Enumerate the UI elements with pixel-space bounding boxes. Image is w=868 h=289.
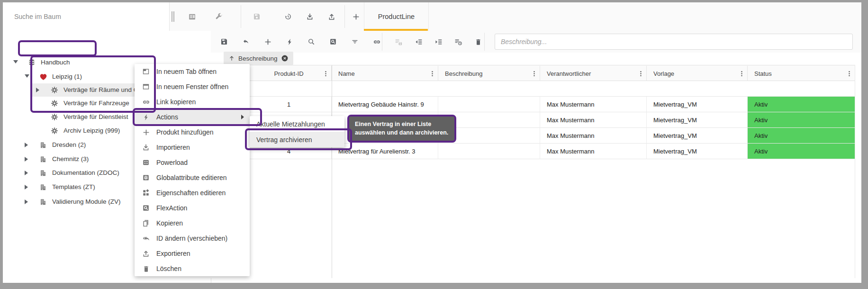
grid-blank-row [211,81,855,97]
expand-arrow-icon[interactable] [13,60,18,63]
indent-icon[interactable] [432,35,445,48]
cell-value: 4 [287,148,290,155]
menu-item-in-neuem-tab-ffnen[interactable]: In neuem Tab öffnen [135,64,250,79]
remove-sort-icon[interactable] [281,54,289,62]
toolbar-separator [382,33,382,51]
wrench-icon[interactable] [212,10,226,23]
sort-chip-beschreibung[interactable]: Beschreibung [224,52,293,65]
column-header-name[interactable]: Name [332,66,438,81]
cell-beschreibung[interactable] [438,144,540,159]
tab-label: ProductLine [378,13,415,20]
cell-vorlage[interactable]: Mietvertrag_VM [647,97,748,112]
bolt-icon [142,113,150,121]
cell-verantwortlicher[interactable]: Max Mustermann [540,128,647,144]
expand-arrow-icon[interactable] [25,171,28,175]
sort-chip-label: Beschreibung [238,55,278,62]
tab-productline[interactable]: ProductLine [364,2,429,31]
submenu-arrow-icon [241,115,244,119]
trash-icon[interactable] [471,35,485,48]
cell-vorlage[interactable]: Mietvertrag_VM [647,144,748,159]
cell-vorlage[interactable]: Mietvertrag_VM [647,128,748,144]
menu-item-flexaction[interactable]: FlexAction [135,200,250,216]
description-filter-input[interactable] [495,34,853,50]
column-header-produkt-id[interactable]: Produkt-ID [246,66,332,81]
menu-item-globalattribute-editieren[interactable]: Globalattribute editieren [135,170,250,185]
panel-resize-handle[interactable] [172,11,176,22]
expand-arrow-icon[interactable] [25,157,28,162]
expand-arrow-icon[interactable] [25,143,28,147]
column-header-beschreibung[interactable]: Beschreibung [438,66,540,81]
product-table: Produkt-IDNameBeschreibungVerantwortlich… [211,65,855,278]
submenu-item-vertrag-archivieren[interactable]: Vertrag archivieren [250,132,344,147]
upload-icon[interactable] [325,10,338,23]
menu-item-produkt-hinzuf-gen[interactable]: Produkt hinzufügen [135,125,250,140]
list-history-icon[interactable] [452,35,465,48]
save-icon[interactable] [217,35,231,48]
gear-icon [50,99,59,108]
search-icon[interactable] [305,35,318,48]
import-icon [142,143,150,152]
menu-item-kopieren[interactable]: Kopieren [135,216,250,231]
cell-status[interactable]: Aktiv [748,128,855,144]
menu-item-label: Exportieren [156,250,190,257]
expand-arrow-icon[interactable] [25,199,28,204]
cell-verantwortlicher[interactable]: Max Mustermann [540,112,647,128]
menu-item-importieren[interactable]: Importieren [135,140,250,155]
details-icon[interactable] [185,10,199,23]
column-menu-icon[interactable] [530,70,538,77]
column-header-status[interactable]: Status [748,66,855,81]
cell-value: 1 [287,101,290,108]
tree-item-label: Chemnitz (3) [52,155,89,163]
history-icon[interactable] [281,10,295,23]
submenu-item-aktuelle-mietzahlungen[interactable]: Aktuelle Mietzahlungen [250,116,344,132]
move-id-icon [142,234,150,243]
menu-item-l-schen[interactable]: Löschen [135,261,250,276]
cell-produkt-id[interactable]: 1 [246,97,332,112]
cell-vorlage[interactable]: Mietvertrag_VM [647,112,748,128]
powerload-icon [142,158,150,167]
plus-icon[interactable] [349,10,362,23]
menu-item-powerload[interactable]: Powerload [135,155,250,170]
column-header-vorlage[interactable]: Vorlage [647,66,748,81]
cell-name[interactable]: Mietvertrag für Aurelienstr. 3 [332,144,438,159]
trash-icon [142,264,150,273]
cell-name[interactable]: Mietvertrag Gebäude Hainstr. 9 [332,97,438,112]
cell-value: Aktiv [748,148,768,155]
download-icon[interactable] [303,10,316,23]
gear-icon [50,86,59,94]
column-menu-icon[interactable] [428,70,436,77]
menu-item-actions[interactable]: Actions [135,109,250,125]
expand-arrow-icon[interactable] [25,74,29,78]
column-menu-icon[interactable] [845,70,853,77]
menu-item-in-neuem-fenster-ffnen[interactable]: In neuem Fenster öffnen [135,79,250,94]
cell-verantwortlicher[interactable]: Max Mustermann [540,97,647,112]
filter-icon[interactable] [348,35,362,48]
expand-arrow-icon[interactable] [25,185,28,190]
undo-icon[interactable] [239,35,253,48]
cell-value: Mietvertrag_VM [647,148,697,155]
cell-beschreibung[interactable] [438,97,540,112]
menu-item-exportieren[interactable]: Exportieren [135,246,250,261]
bolt-icon[interactable] [283,35,296,48]
menu-item-eigenschaften-editieren[interactable]: Eigenschaften editieren [135,185,250,200]
cell-status[interactable]: Aktiv [748,97,855,112]
menu-item-label: Powerload [156,159,188,166]
grid-right-border [855,65,855,278]
menu-item-id-ndern-verschieben[interactable]: ID ändern (verschieben) [135,231,250,246]
expand-arrow-icon[interactable] [36,88,39,92]
column-menu-icon[interactable] [322,70,329,77]
link-icon[interactable] [370,35,383,48]
column-header-verantwortlicher[interactable]: Verantwortlicher [540,66,647,81]
menu-item-link-kopieren[interactable]: Link kopieren [135,94,250,109]
application-window: ProductLine HandbuchLeipzig (1)Verträge … [3,2,861,283]
search-box-icon[interactable] [326,35,340,48]
column-menu-icon[interactable] [637,70,644,77]
tree-item-label: Validierung Module (ZV) [52,198,121,205]
cell-status[interactable]: Aktiv [748,112,855,128]
column-menu-icon[interactable] [738,70,745,77]
cell-verantwortlicher[interactable]: Max Mustermann [540,144,647,159]
cell-status[interactable]: Aktiv [748,144,855,159]
tree-search-input[interactable] [3,2,169,31]
plus-icon[interactable] [261,35,274,48]
outdent-icon[interactable] [412,35,425,48]
